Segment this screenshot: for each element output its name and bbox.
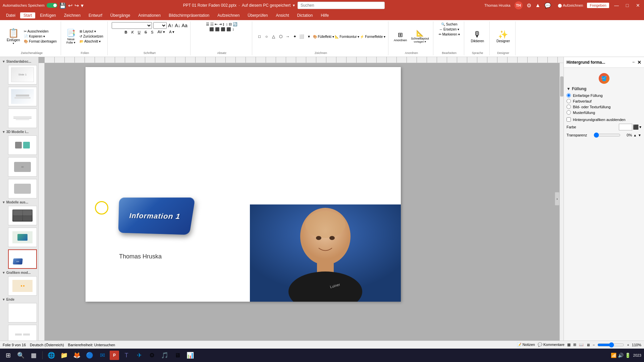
schnelllayout-btn[interactable]: 📐 Schnelllayout vorlagen ▾ xyxy=(410,29,430,44)
columns-btn[interactable]: ⫿ xyxy=(223,22,225,26)
char-spacing-btn[interactable]: AV ▾ xyxy=(156,29,166,35)
panel-close-btn[interactable]: ✕ xyxy=(637,60,641,65)
chrome-icon[interactable]: 🔵 xyxy=(84,350,95,361)
search-taskbar-icon[interactable]: 🔍 xyxy=(15,350,26,361)
slide-thumb-12[interactable]: 12 xyxy=(8,325,37,341)
menu-entwurf[interactable]: Entwurf xyxy=(85,12,106,18)
scroll-thumb[interactable] xyxy=(560,76,564,97)
slide-thumb-8[interactable]: 8 xyxy=(8,228,37,247)
align-right-btn[interactable]: ⬛ xyxy=(221,27,225,32)
undo-icon[interactable]: ↩ xyxy=(68,2,72,9)
more-icon[interactable]: ▾ xyxy=(81,2,84,9)
view-presenter-btn[interactable]: 🖥 xyxy=(586,343,590,347)
maximize-btn[interactable]: □ xyxy=(624,2,631,9)
group-arrow-ende[interactable]: ▼ xyxy=(2,298,5,301)
align-justify-btn[interactable]: ⬛ xyxy=(226,27,231,32)
widgets-icon[interactable]: ▦ xyxy=(28,350,39,361)
menu-start[interactable]: Start xyxy=(20,12,35,18)
fill-gradient-radio[interactable] xyxy=(567,99,571,103)
view-reading-btn[interactable]: 📖 xyxy=(579,343,584,347)
menu-zeichnen[interactable]: Zeichnen xyxy=(61,12,84,18)
group-arrow-1[interactable]: ▼ xyxy=(2,60,5,63)
menu-animationen[interactable]: Animationen xyxy=(135,12,164,18)
shape-7[interactable]: ⬜ xyxy=(299,34,305,39)
fill-gradient[interactable]: Farbverlauf xyxy=(567,99,641,103)
fill-texture[interactable]: Bild- oder Texturfüllung xyxy=(567,105,641,109)
zuruecksetzen-btn[interactable]: ↺ Zurücksetzen xyxy=(78,34,105,39)
ribbon-collapse-icon[interactable]: ▲ xyxy=(535,2,541,8)
view-sorter-btn[interactable]: ⊞ xyxy=(573,343,576,347)
font-family-select[interactable] xyxy=(112,22,152,29)
hide-graphics-checkbox[interactable]: Hintergrundgrafiken ausblenden xyxy=(567,117,641,122)
slide-thumb-7[interactable]: 7 xyxy=(8,206,37,225)
edge-icon[interactable]: 🌐 xyxy=(46,350,57,361)
menu-ansicht[interactable]: Ansicht xyxy=(272,12,292,18)
font-color-btn[interactable]: A ▾ xyxy=(168,29,176,35)
autosave-toggle[interactable] xyxy=(47,3,57,8)
text-align-btn[interactable]: ⊟ xyxy=(229,22,232,26)
smartart-btn[interactable]: 🔄 xyxy=(233,22,237,26)
ersetzen-btn[interactable]: ↔ Ersetzen ▾ xyxy=(438,27,461,32)
menu-hilfe[interactable]: Hilfe xyxy=(317,12,332,18)
app1-icon[interactable]: ⚙ xyxy=(147,350,157,361)
suchen-btn[interactable]: 🔍 Suchen xyxy=(440,22,459,26)
shapes-more[interactable]: ▾ xyxy=(306,34,312,39)
share-button[interactable]: Freigeben xyxy=(587,3,609,8)
designer-btn[interactable]: ✨ Designer xyxy=(494,29,513,44)
group-arrow-2[interactable]: ▼ xyxy=(2,130,5,134)
color-theme-btn[interactable]: ⬛ xyxy=(633,124,639,130)
color-dropdown-btn[interactable]: ▾ xyxy=(639,125,641,129)
transparency-slider[interactable] xyxy=(594,132,621,138)
slide-thumb-4[interactable]: 4 xyxy=(8,135,37,155)
fill-solid-radio[interactable] xyxy=(567,93,571,98)
fill-pattern[interactable]: Musterfüllung xyxy=(567,110,641,115)
zoom-slider[interactable] xyxy=(597,342,624,348)
clear-format-btn[interactable]: Aa xyxy=(182,23,187,28)
comments-btn-status[interactable]: 💬 Kommentare xyxy=(538,343,565,347)
notes-btn[interactable]: 📝 Notizen xyxy=(517,343,535,347)
font-decrease-btn[interactable]: A↓ xyxy=(175,23,180,28)
anordnen-btn[interactable]: ⊞ Anordnen xyxy=(392,31,408,43)
slide-thumb-5[interactable]: 5 3D xyxy=(8,157,37,177)
diktieren-btn[interactable]: 🎙 Diktieren xyxy=(468,29,487,44)
taskbar-clock[interactable]: 2023 xyxy=(633,353,641,357)
effects-btn[interactable]: ⚡ Formeffekte ▾ xyxy=(360,35,385,39)
redo-icon[interactable]: ↪ xyxy=(74,2,79,9)
close-btn[interactable]: ✕ xyxy=(635,2,641,9)
hide-graphics-input[interactable] xyxy=(567,117,571,122)
slide-thumb-11[interactable]: 11 xyxy=(8,303,37,322)
view-normal-btn[interactable]: ▦ xyxy=(567,343,571,347)
zoom-minus-btn[interactable]: − xyxy=(593,343,595,347)
fill-btn[interactable]: 🎨 Fülleffekt ▾ xyxy=(313,35,334,39)
transparency-up-btn[interactable]: ▲ xyxy=(633,133,637,137)
transparency-down-btn[interactable]: ▼ xyxy=(638,133,641,137)
indent-less-btn[interactable]: ⇤ xyxy=(215,22,218,26)
menu-dictation[interactable]: Dictation xyxy=(294,12,316,18)
bold-btn[interactable]: B xyxy=(123,30,129,35)
font-size-select[interactable] xyxy=(153,22,167,29)
markieren-btn[interactable]: ✏ Markieren ▾ xyxy=(437,32,461,37)
slide-thumb-3[interactable]: 3 xyxy=(8,109,37,128)
text-direction-btn[interactable]: ↕ xyxy=(226,22,228,26)
slide-thumb-6[interactable]: 6 xyxy=(8,179,37,198)
panel-back-btn[interactable]: ← xyxy=(632,60,636,65)
record-button[interactable]: ⬤ Aufzeichnen xyxy=(555,3,586,8)
einfuegen-btn[interactable]: 📋 Einfügen ▾ xyxy=(5,27,21,46)
font-increase-btn[interactable]: A↑ xyxy=(168,23,173,28)
battery-icon[interactable]: 🔋 xyxy=(625,353,631,358)
color-box[interactable] xyxy=(619,124,632,130)
align-center-btn[interactable]: ⬛ xyxy=(215,27,220,32)
app2-icon[interactable]: 🎵 xyxy=(159,350,170,361)
fill-texture-radio[interactable] xyxy=(567,105,571,109)
fill-pattern-radio[interactable] xyxy=(567,110,571,115)
menu-datei[interactable]: Datei xyxy=(3,12,19,18)
app3-icon[interactable]: 🖥 xyxy=(172,350,183,361)
menu-aufzeichnen[interactable]: Aufzeichnen xyxy=(214,12,243,18)
menu-einfuegen[interactable]: Einfügen xyxy=(37,12,59,18)
abschnitt-btn[interactable]: 📂 Abschnitt ▾ xyxy=(78,39,105,44)
menu-bildschirm[interactable]: Bildschirmpräsentation xyxy=(165,12,213,18)
indent-more-btn[interactable]: ⇥ xyxy=(219,22,222,26)
layout-btn[interactable]: ⊞ Layout ▾ xyxy=(78,29,105,34)
scroll-bar-vertical[interactable] xyxy=(559,63,564,341)
fill-solid[interactable]: Einfarbige Füllung xyxy=(567,93,641,98)
